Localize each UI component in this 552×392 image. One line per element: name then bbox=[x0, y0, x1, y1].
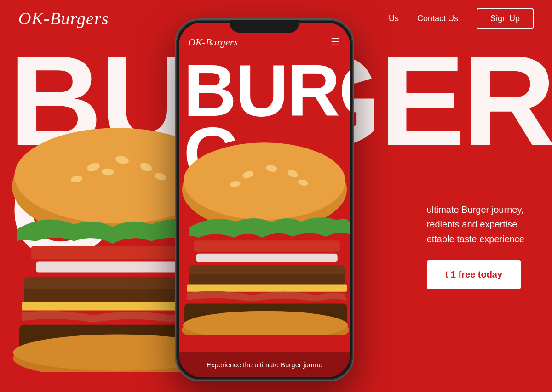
hero-desc-line1: ultimate Burger journey, bbox=[427, 202, 524, 217]
navbar: OK-Burgers Us Contact Us Sign Up bbox=[0, 0, 552, 37]
hero-right-content: ultimate Burger journey, redients and ex… bbox=[427, 202, 524, 289]
svg-rect-27 bbox=[187, 284, 347, 291]
phone-burger-svg bbox=[179, 138, 350, 335]
nav-link-contact[interactable]: Contact Us bbox=[417, 14, 458, 23]
hamburger-menu-icon[interactable]: ☰ bbox=[331, 36, 341, 48]
nav-links: Us Contact Us Sign Up bbox=[389, 8, 534, 29]
nav-logo: OK-Burgers bbox=[18, 8, 109, 28]
signup-button[interactable]: Sign Up bbox=[477, 8, 534, 29]
cta-button[interactable]: t 1 free today bbox=[427, 260, 521, 289]
phone-outer: OK-Burgers ☰ BURGER G bbox=[175, 18, 354, 381]
svg-rect-24 bbox=[196, 254, 338, 262]
phone-screen: OK-Burgers ☰ BURGER G bbox=[179, 23, 350, 377]
svg-point-17 bbox=[184, 142, 345, 220]
hero-desc-line2: redients and expertise bbox=[427, 217, 524, 232]
phone-bottom-bar: Experience the ultimate Burger journe bbox=[179, 352, 350, 377]
phone-logo: OK-Burgers bbox=[188, 36, 238, 48]
nav-link-us[interactable]: Us bbox=[389, 14, 399, 23]
svg-rect-23 bbox=[194, 240, 339, 252]
page-container: OK-Burgers Us Contact Us Sign Up BURGER … bbox=[0, 0, 552, 392]
hero-description: ultimate Burger journey, redients and ex… bbox=[427, 202, 524, 246]
phone-burger-image bbox=[179, 124, 350, 350]
svg-rect-26 bbox=[189, 265, 345, 274]
hero-desc-line3: ettable taste experience bbox=[427, 232, 524, 246]
phone-bottom-text-content: Experience the ultimate Burger journe bbox=[207, 361, 322, 369]
phone-mockup: OK-Burgers ☰ BURGER G bbox=[175, 18, 354, 381]
